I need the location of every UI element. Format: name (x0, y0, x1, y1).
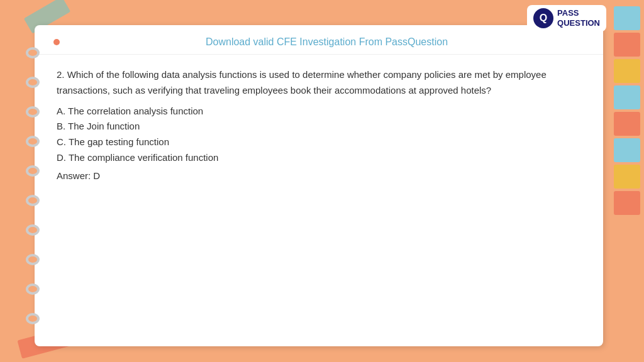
sticky-note-8 (614, 191, 640, 215)
sticky-note-5 (614, 112, 640, 136)
notebook-header: Download valid CFE Investigation From Pa… (35, 25, 603, 55)
ring-6 (26, 195, 40, 206)
sticky-note-4 (614, 85, 640, 109)
sticky-notes-right (609, 0, 644, 362)
question-text: 2. Which of the following data analysis … (57, 67, 581, 99)
option-d: D. The compliance verification function (57, 150, 581, 166)
option-c: C. The gap testing function (57, 134, 581, 150)
ring-4 (26, 136, 40, 147)
logo-q-circle: Q (533, 8, 553, 28)
ring-1 (26, 47, 40, 58)
notebook: Download valid CFE Investigation From Pa… (35, 25, 603, 346)
header-title: Download valid CFE Investigation From Pa… (69, 36, 584, 48)
ring-7 (26, 224, 40, 236)
answer-final: Answer: D (57, 168, 581, 184)
ring-3 (26, 106, 40, 118)
ring-10 (26, 313, 40, 324)
sticky-note-2 (614, 33, 640, 57)
sticky-note-1 (614, 6, 640, 30)
ring-2 (26, 77, 40, 88)
ring-9 (26, 283, 40, 295)
logo-text: PASS QUESTION (557, 8, 600, 28)
question-body: Which of the following data analysis fun… (57, 69, 547, 96)
passquestion-logo: Q PASS QUESTION (527, 5, 606, 31)
option-a: A. The correlation analysis function (57, 104, 581, 119)
notebook-content: 2. Which of the following data analysis … (35, 55, 603, 196)
option-b: B. The Join function (57, 119, 581, 134)
sticky-note-7 (614, 165, 640, 189)
notebook-rings (26, 38, 40, 334)
ring-8 (26, 254, 40, 265)
ring-5 (26, 165, 40, 177)
bullet-dot (53, 39, 60, 45)
sticky-note-6 (614, 138, 640, 162)
question-number: 2. (57, 69, 65, 80)
sticky-note-3 (614, 59, 640, 83)
